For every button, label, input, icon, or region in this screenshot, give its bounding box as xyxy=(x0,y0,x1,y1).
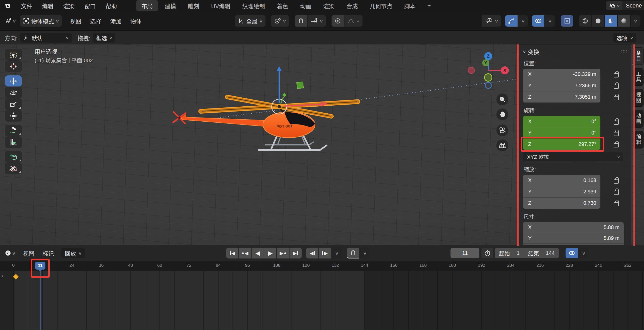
object-visibility-button[interactable]: ∨ xyxy=(482,15,501,27)
lock-icon[interactable] xyxy=(614,121,619,125)
viewport-menu-item[interactable]: 添加 xyxy=(110,18,122,25)
frame-end-field[interactable]: 结束 144 xyxy=(524,248,559,258)
sidebar-tab[interactable]: 条目 xyxy=(633,47,643,65)
current-frame-field[interactable]: 11 xyxy=(450,248,479,258)
orientation-setting-select[interactable]: 默认 ∨ xyxy=(20,33,72,43)
playback-sync-dropdown[interactable]: ∨ xyxy=(332,248,342,258)
workspace-tab[interactable]: 布局 xyxy=(136,0,158,11)
shading-dropdown[interactable]: ∨ xyxy=(631,15,640,27)
shading-solid-button[interactable] xyxy=(592,15,604,27)
viewport-menu-item[interactable]: 物体 xyxy=(130,18,142,25)
menubar-item[interactable]: 窗口 xyxy=(84,3,96,10)
menubar-item[interactable]: 编辑 xyxy=(42,3,53,10)
sidebar-tab[interactable]: 工具 xyxy=(633,68,643,86)
location-field[interactable]: Y 7.2366 m xyxy=(523,80,600,91)
snap-toggle[interactable] xyxy=(295,15,307,27)
viewport-menu-item[interactable]: 选择 xyxy=(90,18,101,25)
workspace-tab[interactable]: 合成 xyxy=(341,0,363,11)
dimensions-field[interactable]: X 5.88 m xyxy=(523,222,624,233)
tool-cut[interactable] xyxy=(5,163,22,174)
workspace-tab[interactable]: 几何节点 xyxy=(365,0,398,11)
nav-axis-x-neg[interactable] xyxy=(468,67,475,74)
timeline-menu-item[interactable]: 视图 xyxy=(23,250,34,257)
rotation-field[interactable]: X 0° xyxy=(523,116,600,127)
sidebar-tab[interactable]: 视图 xyxy=(633,89,643,107)
next-key-button[interactable]: ▶◆ xyxy=(277,248,289,258)
timeline-keying-toggle[interactable] xyxy=(566,248,578,258)
workspace-tab[interactable]: 雕刻 xyxy=(183,0,204,11)
editor-type-button[interactable]: ∨ xyxy=(4,15,17,27)
tool-measure[interactable] xyxy=(5,137,22,148)
channel-expander-icon[interactable]: › xyxy=(1,273,3,279)
show-gizmo-toggle[interactable] xyxy=(505,15,518,27)
lock-icon[interactable] xyxy=(614,179,619,184)
timeline-menu-item[interactable]: 标记 xyxy=(43,250,54,257)
frame-start-field[interactable]: 起始 1 xyxy=(495,248,524,258)
options-button[interactable]: 选项 ∨ xyxy=(613,33,636,43)
jump-to-start-button[interactable]: ◀ xyxy=(226,248,238,258)
menubar-item[interactable]: 渲染 xyxy=(63,3,75,10)
tool-cursor[interactable] xyxy=(5,61,22,72)
jump-to-end-button[interactable]: ▶ xyxy=(289,248,302,258)
play-button[interactable]: ▶ xyxy=(264,248,276,258)
tool-transform[interactable] xyxy=(5,110,22,121)
workspace-tab[interactable]: UV编辑 xyxy=(206,0,236,11)
show-overlays-toggle[interactable] xyxy=(532,15,544,27)
rotation-field[interactable]: Z 297.27° xyxy=(523,139,600,150)
tool-add-cube[interactable] xyxy=(5,151,22,162)
tool-annotate[interactable] xyxy=(5,125,22,136)
timeline-tracks[interactable]: › xyxy=(0,271,644,330)
tool-select-box[interactable] xyxy=(5,49,22,60)
scale-field[interactable]: Z 0.730 xyxy=(523,198,600,209)
sidebar-tab[interactable]: 编辑 xyxy=(633,131,643,148)
lock-icon[interactable] xyxy=(614,143,619,147)
scale-field[interactable]: X 0.168 xyxy=(523,175,600,186)
snap-target-button[interactable]: ∨ xyxy=(308,15,326,27)
xray-toggle[interactable] xyxy=(561,15,573,27)
timeline-ruler[interactable]: 0243648607284961081201321441561681801922… xyxy=(0,261,644,271)
camera-view-button[interactable] xyxy=(496,124,508,136)
workspace-tab[interactable]: 着色 xyxy=(272,0,293,11)
lock-icon[interactable] xyxy=(614,202,619,206)
mode-selector[interactable]: 物体模式 ∨ xyxy=(20,15,62,27)
overlays-dropdown[interactable]: ∨ xyxy=(545,15,555,27)
shading-rendered-button[interactable] xyxy=(618,15,630,27)
workspace-tab[interactable]: 动画 xyxy=(295,0,317,11)
gizmo-dropdown[interactable]: ∨ xyxy=(518,15,528,27)
toggle-grid-button[interactable] xyxy=(496,139,508,151)
menubar-item[interactable]: 帮助 xyxy=(106,3,117,10)
lock-icon[interactable] xyxy=(614,73,619,77)
playhead-line[interactable] xyxy=(40,270,41,330)
shading-material-button[interactable] xyxy=(605,15,617,27)
lock-icon[interactable] xyxy=(614,191,619,195)
location-field[interactable]: X -30.329 m xyxy=(523,69,600,80)
timeline-snap-dropdown[interactable]: ∨ xyxy=(360,248,370,258)
play-reverse-button[interactable]: ◀ xyxy=(252,248,264,258)
lock-icon[interactable] xyxy=(614,132,619,136)
use-preview-range-button[interactable] xyxy=(481,248,493,258)
proportional-editing-toggle[interactable] xyxy=(332,15,344,27)
location-field[interactable]: Z 7.3051 m xyxy=(523,91,600,103)
panel-collapse-icon[interactable]: ∨ xyxy=(522,50,526,53)
viewport-menu-item[interactable]: 视图 xyxy=(70,18,81,25)
workspace-tab[interactable]: 建模 xyxy=(159,0,181,11)
workspace-tab[interactable]: 渲染 xyxy=(318,0,340,11)
sidebar-tab[interactable]: 动画 xyxy=(633,110,643,128)
panel-drag-handle[interactable]: ∷∷ xyxy=(621,49,627,54)
zoom-button[interactable] xyxy=(496,93,508,105)
rotation-mode-select[interactable]: XYZ 欧拉 ∨ xyxy=(523,152,623,161)
step-back-button[interactable]: ◀ xyxy=(306,248,318,258)
nav-axis-z[interactable]: Z xyxy=(484,52,492,60)
workspace-tab[interactable]: 纹理绘制 xyxy=(237,0,270,11)
proportional-falloff-button[interactable]: ∨ xyxy=(344,15,363,27)
previous-key-button[interactable]: ◆◀ xyxy=(239,248,251,258)
tool-rotate[interactable] xyxy=(5,87,22,98)
shading-wireframe-button[interactable] xyxy=(579,15,591,27)
drag-setting-select[interactable]: 框选 ∨ xyxy=(93,33,115,43)
dimensions-field[interactable]: Y 5.89 m xyxy=(523,233,624,244)
step-forward-button[interactable]: ▶ xyxy=(319,248,331,258)
timeline-editor-type-button[interactable]: ∨ xyxy=(4,247,16,259)
pivot-point-button[interactable]: ∨ xyxy=(271,15,289,27)
timeline-keying-dropdown[interactable]: ∨ xyxy=(578,248,589,258)
menubar-item[interactable]: 文件 xyxy=(21,3,32,10)
